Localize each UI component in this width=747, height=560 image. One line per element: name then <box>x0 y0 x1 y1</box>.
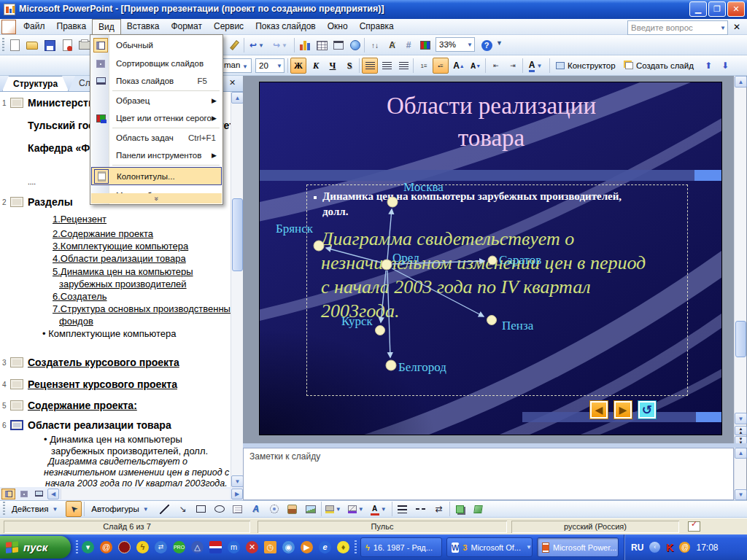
outline-row[interactable]: начала 2003 года по IV квартал 2003года. <box>45 478 228 487</box>
menu-item-slideshow[interactable]: Показ слайдов F5 <box>91 72 222 90</box>
menu-item-taskpane[interactable]: Область задач Ctrl+F1 <box>91 129 222 147</box>
oval-icon[interactable] <box>212 501 228 517</box>
mail-tray-icon[interactable]: @ <box>679 542 690 553</box>
font-size-combo[interactable]: 20 ▼ <box>255 58 285 73</box>
menu-item-sorter[interactable]: Сортировщик слайдов <box>91 55 222 72</box>
menu-slideshow[interactable]: Показ слайдов <box>249 19 322 34</box>
city-label-moscow[interactable]: Москва <box>403 180 444 195</box>
scroll-right-icon[interactable]: ▶ <box>231 489 243 499</box>
outline-row[interactable]: Разделы <box>28 196 73 208</box>
outline-row[interactable]: незначительном изменении цен в период с <box>44 467 229 478</box>
outline-link[interactable]: 7.Структура основных производственных <box>53 303 231 314</box>
hide-icons-icon[interactable]: ‹ <box>649 542 660 553</box>
increase-font-icon[interactable]: A▲ <box>451 58 467 74</box>
quicklaunch-icon-3[interactable] <box>118 541 131 553</box>
outline-row[interactable]: Кафедра «Ф <box>28 142 90 154</box>
menu-file[interactable]: Файл <box>18 19 51 34</box>
toolbar-options-icon[interactable]: ▼ <box>496 39 503 47</box>
quicklaunch-icon-14[interactable]: e <box>319 541 331 553</box>
insert-picture-icon[interactable] <box>303 501 319 517</box>
outline-link[interactable]: 3.Комплектующие компьютера <box>53 241 188 252</box>
scroll-up-icon[interactable]: ▲ <box>735 448 747 459</box>
arrow-icon[interactable]: ↘ <box>175 501 191 517</box>
color-grayscale-icon[interactable] <box>417 37 433 53</box>
antivirus-icon[interactable]: K <box>666 542 673 553</box>
move-up-icon[interactable]: ⬆ <box>700 58 716 74</box>
underline-button[interactable]: Ч <box>325 58 341 74</box>
new-slide-button[interactable]: Создать слайд <box>622 58 697 74</box>
scrollbar-thumb[interactable] <box>735 321 746 357</box>
notes-pane[interactable]: Заметки к слайду <box>243 448 734 500</box>
slide-thumb-icon[interactable] <box>10 357 23 368</box>
status-language[interactable]: русский (Россия) <box>511 521 679 533</box>
slide-thumb-icon[interactable] <box>10 98 23 108</box>
language-indicator[interactable]: RU <box>631 542 643 553</box>
line-icon[interactable] <box>157 501 173 517</box>
zoom-combo[interactable]: 33% ▼ <box>436 37 475 52</box>
numbered-list-icon[interactable]: 1≡ <box>416 58 432 74</box>
scroll-down-icon[interactable]: ▼ <box>735 413 747 424</box>
quicklaunch-icon-6[interactable]: PRO <box>173 541 185 553</box>
start-button[interactable]: пуск <box>0 536 71 559</box>
outline-bullet-row[interactable]: • Динамика цен на компьютеры <box>44 434 182 445</box>
city-label-penza[interactable]: Пенза <box>502 319 533 333</box>
expand-all-icon[interactable]: ↑↓ <box>367 37 383 53</box>
quicklaunch-icon-12[interactable]: ◉ <box>282 541 295 553</box>
menu-window[interactable]: Окно <box>322 19 354 34</box>
scroll-left-icon[interactable]: ◀ <box>47 489 59 499</box>
new-icon[interactable] <box>7 37 23 53</box>
quicklaunch-icon-10[interactable]: ✕ <box>246 541 258 553</box>
move-down-icon[interactable]: ⬇ <box>717 58 733 74</box>
outline-row[interactable]: .... <box>28 178 36 186</box>
slide-scrollbar[interactable]: ▲ ▼ ▲▲ ▼▼ <box>734 76 746 446</box>
align-center-icon[interactable] <box>379 58 395 74</box>
close-button[interactable]: ✕ <box>727 1 745 17</box>
notes-scrollbar[interactable]: ▲ ▼ <box>734 448 746 500</box>
menu-item-header-footer[interactable]: Колонтитулы... <box>91 167 222 185</box>
diagram-icon[interactable] <box>266 501 282 517</box>
slide-annotation[interactable]: Диаграмма свидетельствует о незначительн… <box>321 227 686 323</box>
outline-row[interactable]: Рецензент курсового проекта <box>28 378 177 390</box>
chevron-down-icon[interactable]: ▼ <box>719 25 727 31</box>
slide-thumb-icon[interactable] <box>10 379 23 389</box>
line-style-icon[interactable] <box>395 501 411 517</box>
scroll-down-icon[interactable]: ▼ <box>735 489 747 500</box>
wordart-icon[interactable]: A <box>248 501 264 517</box>
tasks-grip[interactable] <box>355 540 357 554</box>
scrollbar-thumb[interactable] <box>232 198 243 271</box>
bullets-icon[interactable]: •≡ <box>433 58 449 74</box>
menu-item-color-grayscale[interactable]: Цвет или оттенки серого ▶ <box>91 109 222 127</box>
slide-sorter-button[interactable] <box>17 489 31 499</box>
text-box-icon[interactable] <box>230 501 246 517</box>
menu-tools[interactable]: Сервис <box>208 19 249 34</box>
quicklaunch-icon-11[interactable]: ◷ <box>264 541 276 553</box>
outline-row[interactable]: зарубежных производителей, долл. <box>51 446 208 456</box>
italic-button[interactable]: К <box>308 58 324 74</box>
question-box[interactable]: Введите вопрос ▼ <box>627 20 728 35</box>
nav-return-button[interactable]: ↺ <box>638 400 657 419</box>
hyperlink-icon[interactable] <box>347 37 363 53</box>
menu-insert[interactable]: Вставка <box>121 19 166 34</box>
taskbar-task-3[interactable]: Microsoft Power... <box>537 537 619 557</box>
quicklaunch-icon-1[interactable]: ▾ <box>82 541 94 553</box>
chevron-down-icon[interactable]: ▼ <box>241 63 249 70</box>
minimize-button[interactable]: ▁ <box>689 1 707 17</box>
slide-thumb-icon[interactable] <box>10 197 23 207</box>
insert-table-icon[interactable] <box>314 37 330 53</box>
select-objects-icon[interactable]: ➤ <box>66 501 82 517</box>
quicklaunch-icon-8[interactable] <box>209 541 222 553</box>
city-label-saratov[interactable]: Саратов <box>499 253 541 268</box>
slide-bullet-text[interactable]: Динамика цен на компьютеры зарубежных пр… <box>322 189 702 219</box>
menu-expand-chevron[interactable]: » <box>91 193 222 203</box>
outline-link[interactable]: фондов <box>59 316 93 327</box>
chevron-down-icon[interactable]: ▼ <box>275 63 284 69</box>
align-left-icon[interactable] <box>362 58 378 74</box>
quicklaunch-icon-4[interactable]: ϟ <box>136 541 149 553</box>
nav-next-button[interactable]: ▶ <box>614 400 632 419</box>
increase-indent-icon[interactable]: ⇥ <box>505 58 521 74</box>
city-label-bryansk[interactable]: Брянск <box>276 222 313 236</box>
restore-button[interactable]: ❐ <box>708 1 726 17</box>
arrow-style-icon[interactable]: ⇄ <box>431 501 447 517</box>
undo-icon[interactable]: ↩▼ <box>247 37 268 53</box>
outline-link[interactable]: зарубежных производителей <box>59 279 187 289</box>
